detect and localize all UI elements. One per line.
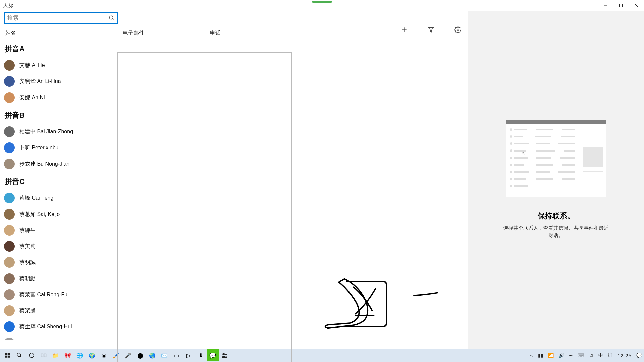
contact-name: 卜昕 Peter.xinbu: [19, 144, 59, 152]
title-indicator: [312, 1, 332, 3]
svg-line-5: [112, 19, 114, 20]
minimize-button[interactable]: [598, 0, 613, 11]
search-icon: [16, 352, 22, 358]
avatar: [4, 273, 15, 284]
contact-name: 柏建中 Bai Jian-Zhong: [19, 128, 73, 135]
svg-rect-11: [8, 353, 10, 355]
start-button[interactable]: [1, 349, 13, 361]
settings-button[interactable]: [451, 23, 464, 36]
title-bar: 人脉: [0, 0, 644, 11]
svg-point-14: [17, 353, 21, 357]
add-contact-button[interactable]: [398, 23, 411, 36]
taskbar-search[interactable]: [13, 349, 25, 361]
tray-wifi-icon[interactable]: 📶: [548, 353, 554, 358]
avatar: [4, 241, 15, 252]
contact-name: 蔡榮騰: [19, 307, 36, 314]
taskbar-explorer[interactable]: 📁: [50, 349, 62, 361]
empty-description: 选择某个联系人，查看其信息、共享事件和最近对话。: [502, 224, 610, 239]
tray-clock[interactable]: 12:25: [617, 353, 632, 358]
taskbar: 📁 🎀 🌐 🌍 ◉ 🖌️ 🎤 ⬤ 🌏 ✉️ ▭ ▷ ⬇ 💬 ︿ ▮▮ 📶 🔊 ✒…: [0, 349, 644, 362]
contact-name: 蔡美莉: [19, 243, 36, 250]
svg-point-9: [457, 29, 459, 31]
avatar: [4, 92, 15, 103]
column-name[interactable]: 姓名: [5, 29, 123, 37]
close-button[interactable]: [629, 0, 644, 11]
plus-icon: [401, 26, 408, 33]
contact-name: 安利华 An Li-Hua: [19, 78, 61, 85]
contacts-pane: 姓名 电子邮件 电话 拼音A艾赫 Ai He安利华 An Li-Hua安妮 An…: [0, 11, 468, 349]
contact-name: 蔡峰 Cai Feng: [19, 195, 53, 202]
contact-name: 蔡生辉 Cai Sheng-Hui: [19, 323, 72, 330]
cursor-icon: ↖: [522, 150, 526, 156]
ime-candidate-box[interactable]: [117, 52, 292, 362]
gear-icon: [454, 26, 461, 33]
taskview-icon: [40, 352, 47, 358]
search-box[interactable]: [4, 12, 118, 24]
avatar: [4, 142, 15, 153]
tray-keyboard-icon[interactable]: ⌨: [578, 353, 584, 358]
avatar: [4, 60, 15, 71]
avatar: [4, 257, 15, 268]
tray-ime-lang[interactable]: 中: [598, 352, 603, 358]
contact-name: 蔡適陽: [19, 340, 36, 341]
detail-pane: ↖ 保持联系。 选择某个联系人，查看其信息、共享事件和最近对话。: [468, 11, 644, 349]
window-controls: [598, 0, 644, 11]
tray-ime-mode[interactable]: 拼: [608, 352, 612, 358]
tray-pen-icon[interactable]: ✒: [569, 353, 573, 358]
svg-line-15: [20, 356, 21, 357]
tray-volume-icon[interactable]: 🔊: [558, 353, 564, 358]
avatar: [4, 321, 15, 332]
taskbar-browser[interactable]: 🌍: [86, 349, 98, 361]
column-email[interactable]: 电子邮件: [123, 29, 210, 37]
svg-rect-18: [44, 354, 46, 357]
maximize-button[interactable]: [613, 0, 629, 11]
windows-icon: [4, 352, 10, 358]
svg-rect-10: [5, 353, 7, 355]
tray-notification-icon[interactable]: 💬: [636, 353, 642, 358]
svg-point-4: [109, 16, 113, 19]
contact-name: 蔡蕙如 Sai, Keijo: [19, 211, 60, 218]
taskbar-app-1[interactable]: 🎀: [62, 349, 74, 361]
avatar: [4, 193, 15, 203]
avatar: [4, 126, 15, 137]
app-title: 人脉: [3, 2, 13, 9]
circle-icon: [29, 352, 35, 358]
contact-name: 蔡明誠: [19, 259, 36, 266]
svg-rect-12: [5, 356, 7, 358]
avatar: [4, 305, 15, 316]
taskbar-chrome[interactable]: ◉: [98, 349, 110, 361]
svg-rect-1: [620, 4, 623, 7]
contact-name: 步农建 Bu Nong-Jian: [19, 161, 69, 168]
contact-name: 蔡練生: [19, 227, 36, 234]
taskbar-taskview[interactable]: [38, 349, 50, 361]
search-input[interactable]: [7, 15, 109, 21]
contact-name: 蔡明勳: [19, 275, 36, 282]
contact-name: 蔡荣富 Cai Rong-Fu: [19, 291, 67, 298]
taskbar-cortana[interactable]: [25, 349, 38, 361]
svg-point-16: [29, 353, 34, 358]
svg-rect-13: [8, 356, 10, 358]
avatar: [4, 289, 15, 300]
tray-battery-icon[interactable]: ▮▮: [538, 353, 543, 358]
taskbar-edge[interactable]: 🌐: [74, 349, 86, 361]
search-icon: [109, 15, 115, 21]
column-headers: 姓名 电子邮件 电话: [0, 24, 468, 39]
avatar: [4, 338, 15, 340]
contact-name: 安妮 An Ni: [19, 94, 45, 101]
contact-name: 艾赫 Ai He: [19, 62, 45, 69]
avatar: [4, 76, 15, 87]
filter-button[interactable]: [425, 23, 437, 36]
empty-title: 保持联系。: [538, 211, 575, 221]
avatar: [4, 209, 15, 220]
empty-illustration: ↖: [506, 120, 606, 197]
tray-chevron-icon[interactable]: ︿: [529, 352, 533, 358]
avatar: [4, 225, 15, 236]
empty-state: ↖ 保持联系。 选择某个联系人，查看其信息、共享事件和最近对话。: [502, 120, 610, 239]
svg-rect-17: [41, 354, 43, 357]
svg-marker-8: [429, 27, 434, 32]
tray-display-icon[interactable]: 🖥: [589, 353, 594, 358]
avatar: [4, 159, 15, 169]
filter-icon: [428, 26, 434, 33]
